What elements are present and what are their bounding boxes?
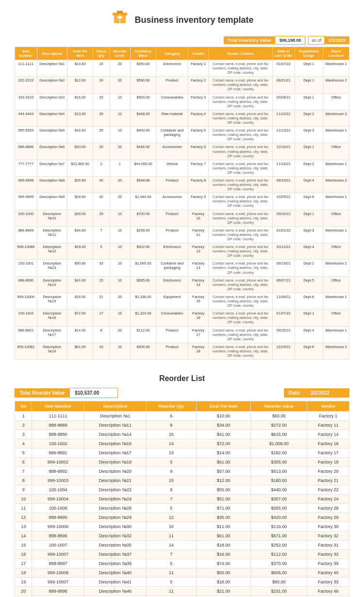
reorder-cell: 18 [15, 568, 32, 578]
inventory-cell: Warehouse 1 [323, 160, 349, 176]
inventory-cell: Product [156, 210, 188, 226]
inventory-cell: Description №5 [37, 127, 67, 143]
inventory-table-row: 100-1000Description №10$28.002510$700.00… [15, 210, 349, 226]
inventory-cell: 777-7777 [15, 160, 37, 176]
reorder-cell: $55.00 [196, 485, 251, 495]
inventory-cell: $28.00 [67, 193, 93, 210]
inventory-cell: Description №15 [37, 293, 67, 309]
total-inventory-value: $99,198.00 [275, 36, 305, 45]
inventory-cell: $19.00 [67, 243, 93, 260]
reorder-table-row: 11100-1006Description №285$71.00$355.00F… [15, 504, 349, 513]
inventory-cell: Contact name, e-mail, phone and fax numb… [209, 293, 273, 309]
reorder-cell: 11 [147, 568, 197, 578]
inventory-cell: Factory 15 [188, 293, 209, 309]
inventory-cell: $13.00 [67, 110, 93, 126]
reorder-cell: 13 [147, 448, 197, 458]
reorder-table-row: 18999-10008Description №4011$55.00$605.0… [15, 568, 349, 578]
inventory-cell: $16.00 [67, 293, 93, 309]
inventory-table-row: 555-5555Description №5$16.932510$400.00C… [15, 127, 349, 143]
inventory-cell: 08/19/21 [272, 260, 295, 276]
inventory-cell: 20 [109, 60, 130, 77]
inventory-cell: Container and packaging [156, 260, 188, 276]
inventory-cell: Contact name, e-mail, phone and fax numb… [209, 93, 273, 110]
reorder-total-container: Total Reorder Value $10,537.00 [15, 388, 118, 398]
reorder-cell: 6 [15, 458, 32, 467]
inventory-cell: 10 [109, 276, 130, 293]
reorder-table-row: 4100-1002Description №1614$72.00$1,008.0… [15, 439, 349, 448]
reorder-cell: Description №11 [84, 421, 146, 430]
inventory-cell: 40 [93, 176, 110, 193]
inventory-cell: Description №17 [37, 326, 67, 343]
reorder-table-row: 3888-8890Description №1415$41.00$615.00F… [15, 430, 349, 439]
inventory-cell: Contact name, e-mail, phone and fax numb… [209, 210, 273, 226]
inventory-cell: Warehouse 1 [323, 326, 349, 343]
reorder-cell: Factory 11 [307, 421, 349, 430]
inventory-cell: Contact name, e-mail, phone and fax numb… [209, 226, 273, 243]
reorder-cell: $80.00 [251, 578, 307, 587]
inventory-cell: $112.00 [130, 326, 156, 343]
inventory-cell: 444-4444 [15, 110, 37, 126]
inventory-cell: 8 [93, 326, 110, 343]
inventory-cell: Description №18 [37, 343, 67, 359]
inventory-cell: 333-3333 [15, 93, 37, 110]
reorder-cell: Description №18 [84, 458, 146, 467]
reorder-cell: 999-10002 [32, 458, 84, 467]
reorder-table-row: 7888-8892Description №209$57.00$513.00Fa… [15, 467, 349, 476]
inventory-cell: Product [156, 176, 188, 193]
inventory-cell: 12/16/21 [272, 143, 295, 160]
inventory-cell: Contact name, e-mail, phone and fax numb… [209, 193, 273, 210]
header: Business inventory template [15, 10, 349, 30]
inventory-cell: 08/19/21 [272, 176, 295, 193]
reorder-cell: 5 [147, 458, 197, 467]
reorder-cell: $72.00 [196, 439, 251, 448]
inventory-table-row: 888-8890Description №14$41.001510$395.00… [15, 276, 349, 293]
inventory-cell: 10 [109, 210, 130, 226]
inventory-cell: $395.00 [130, 276, 156, 293]
reorder-table-row: 1111-1111Description №16$10.00$60.00Fact… [15, 412, 349, 421]
reorder-cell: 888-8895 [32, 513, 84, 522]
inventory-cell: Dept 1 [295, 60, 323, 77]
inventory-table-row: 333-3333Description №3$16.002510$500.00C… [15, 93, 349, 110]
inventory-cell: Factory 6 [188, 143, 209, 160]
reorder-cell: 15 [147, 476, 197, 485]
reorder-cell: Description №22 [84, 485, 146, 495]
reorder-cell: 8 [147, 485, 197, 495]
reorder-cell: $272.00 [251, 421, 307, 430]
inventory-cell: 555-5555 [15, 127, 37, 143]
reorder-cell: 14 [15, 531, 32, 541]
inventory-cell: 20 [109, 143, 130, 160]
reorder-table-header-row: No Item Number Description Reorder Qty C… [15, 401, 349, 412]
reorder-cell: 11 [15, 504, 32, 513]
inventory-cell: 11/10/21 [272, 110, 295, 126]
reorder-table-row: 9100-1004Description №228$55.00$440.00Fa… [15, 485, 349, 495]
reorder-cell: 888-8898 [32, 587, 84, 596]
reorder-cell: $14.00 [196, 448, 251, 458]
inventory-cell: Contact name, e-mail, phone and fax numb… [209, 143, 273, 160]
inventory-table-row: 100-1002Description №16$72.001710$1,224.… [15, 310, 349, 326]
inventory-cell: Warehouse 2 [323, 343, 349, 359]
inventory-cell: Dept 3 [295, 226, 323, 243]
inventory-cell: Description №8 [37, 176, 67, 193]
inventory-cell: Description №10 [37, 210, 67, 226]
reorder-cell: $182.00 [251, 448, 307, 458]
inventory-table-row: 444-4444Description №4$13.003510$448.00R… [15, 110, 349, 126]
inventory-cell: Factory 7 [188, 160, 209, 176]
inventory-cell: 20 [109, 293, 130, 309]
reorder-cell: 20 [15, 587, 32, 596]
reorder-cell: $1,008.00 [251, 439, 307, 448]
reorder-cell: Description №29 [84, 513, 146, 522]
reorder-cell: Description №35 [84, 541, 146, 550]
reorder-cell: $513.00 [251, 467, 307, 476]
inventory-cell: Warehouse 3 [323, 110, 349, 126]
inventory-cell: $700.00 [130, 210, 156, 226]
reorder-cell: Description №28 [84, 504, 146, 513]
inventory-cell: Factory 13 [188, 260, 209, 276]
inventory-cell: Dept 4 [295, 326, 323, 343]
reorder-cell: 14 [147, 541, 197, 550]
reorder-cell: 8 [147, 421, 197, 430]
inventory-table-row: 999-10082Description №18$61.001610$306.0… [15, 343, 349, 359]
reorder-cell: 11 [147, 531, 197, 541]
reorder-table-row: 8999-10003Description №2115$12.00$180.00… [15, 476, 349, 485]
reorder-table-row: 14888-8896Description №3211$61.00$671.00… [15, 531, 349, 541]
reorder-cell: 999-10007 [32, 578, 84, 587]
